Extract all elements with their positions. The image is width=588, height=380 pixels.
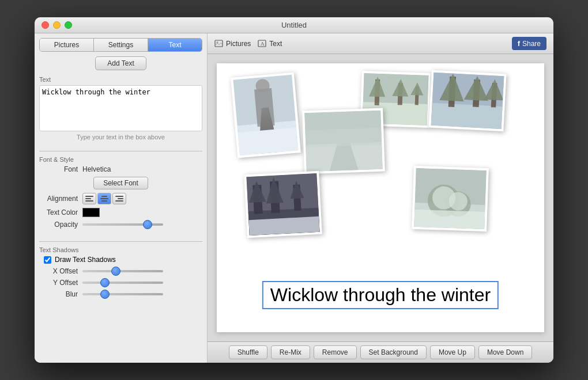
photo-4-image: [431, 73, 504, 129]
photo-6-image: [414, 168, 486, 229]
canvas-area: Pictures A Text f Share: [208, 33, 553, 363]
main-content: Pictures Settings Text Add Text Text Wic…: [35, 33, 553, 363]
font-style-section: Font & Style Font Helvetica Select Font …: [39, 156, 202, 232]
alignment-group: [82, 193, 126, 204]
align-right-button[interactable]: [112, 193, 126, 204]
close-button[interactable]: [42, 21, 49, 29]
toolbar-text[interactable]: A Text: [258, 39, 282, 48]
photo-3[interactable]: [302, 108, 385, 174]
photo-5[interactable]: [244, 171, 322, 238]
toolbar-pictures-label: Pictures: [226, 40, 251, 48]
pictures-icon: [214, 39, 224, 48]
photo-canvas: Wicklow through the winter: [217, 63, 544, 332]
x-offset-row: X Offset: [39, 267, 202, 275]
share-button[interactable]: f Share: [512, 37, 546, 50]
shuffle-button[interactable]: Shuffle: [229, 345, 267, 359]
blur-slider[interactable]: [82, 293, 163, 295]
text-hint: Type your text in the box above: [39, 134, 202, 140]
tab-settings[interactable]: Settings: [94, 39, 148, 51]
text-shadows-label: Text Shadows: [39, 246, 202, 253]
canvas-footer: Shuffle Re-Mix Remove Set Background Mov…: [208, 341, 553, 363]
y-offset-row: Y Offset: [39, 279, 202, 287]
opacity-row: Opacity: [39, 221, 202, 229]
share-label: Share: [522, 40, 541, 48]
window-title: Untitled: [281, 21, 307, 29]
minimize-button[interactable]: [53, 21, 61, 29]
svg-rect-8: [238, 132, 298, 155]
alignment-label: Alignment: [39, 195, 82, 203]
x-offset-slider[interactable]: [82, 270, 163, 272]
x-offset-label: X Offset: [39, 267, 82, 275]
text-color-swatch[interactable]: [82, 208, 100, 217]
draw-shadows-checkbox[interactable]: [44, 256, 51, 264]
text-color-row: Text Color: [39, 208, 202, 217]
toolbar-text-label: Text: [269, 40, 282, 48]
remix-button[interactable]: Re-Mix: [271, 345, 310, 359]
draw-shadows-row: Draw Text Shadows: [44, 256, 202, 264]
align-center-button[interactable]: [97, 193, 111, 204]
maximize-button[interactable]: [65, 21, 72, 29]
canvas-toolbar: Pictures A Text f Share: [208, 33, 553, 54]
photo-3-image: [304, 111, 382, 172]
window-buttons: [42, 21, 72, 29]
font-row: Font Helvetica: [39, 165, 202, 173]
font-style-label: Font & Style: [39, 156, 202, 163]
photo-6[interactable]: [412, 166, 489, 231]
canvas-toolbar-left: Pictures A Text: [214, 39, 282, 48]
svg-rect-5: [237, 121, 298, 156]
blur-label: Blur: [39, 290, 82, 298]
text-input[interactable]: Wicklow through the winter: [39, 85, 202, 131]
tab-group: Pictures Settings Text: [39, 38, 202, 52]
tab-pictures[interactable]: Pictures: [40, 39, 94, 51]
app-window: Untitled Pictures Settings Text Add Text…: [35, 17, 553, 363]
draw-shadows-label: Draw Text Shadows: [55, 256, 116, 264]
y-offset-label: Y Offset: [39, 279, 82, 287]
photo-1[interactable]: [231, 72, 301, 158]
move-up-button[interactable]: Move Up: [430, 345, 475, 359]
facebook-icon: f: [518, 39, 520, 48]
text-overlay[interactable]: Wicklow through the winter: [262, 281, 499, 309]
sidebar: Pictures Settings Text Add Text Text Wic…: [35, 33, 208, 363]
tab-text[interactable]: Text: [148, 39, 202, 51]
svg-text:A: A: [261, 41, 265, 47]
blur-slider-container: [82, 293, 202, 295]
toolbar-pictures[interactable]: Pictures: [214, 39, 251, 48]
font-name: Helvetica: [82, 165, 111, 173]
y-offset-slider[interactable]: [82, 282, 163, 284]
photo-5-image: [246, 173, 319, 235]
move-down-button[interactable]: Move Down: [478, 345, 532, 359]
remove-button[interactable]: Remove: [314, 345, 357, 359]
set-background-button[interactable]: Set Background: [360, 345, 427, 359]
add-text-button[interactable]: Add Text: [95, 56, 146, 70]
select-font-button[interactable]: Select Font: [93, 177, 148, 189]
text-section-label: Text: [39, 76, 202, 83]
align-left-button[interactable]: [82, 193, 96, 204]
text-icon: A: [258, 39, 267, 48]
text-color-label: Text Color: [39, 208, 82, 216]
font-label: Font: [39, 165, 82, 173]
svg-rect-44: [414, 210, 485, 229]
alignment-row: Alignment: [39, 193, 202, 204]
photo-1-image: [233, 75, 298, 155]
blur-row: Blur: [39, 290, 202, 298]
opacity-label: Opacity: [39, 221, 82, 229]
y-offset-slider-container: [82, 282, 202, 284]
opacity-slider[interactable]: [82, 223, 163, 226]
canvas-main: Wicklow through the winter: [208, 54, 553, 341]
svg-rect-20: [305, 128, 382, 148]
svg-rect-6: [254, 88, 275, 127]
x-offset-slider-container: [82, 270, 202, 272]
opacity-slider-container: [82, 223, 202, 226]
photo-4[interactable]: [428, 70, 506, 132]
titlebar: Untitled: [35, 17, 553, 33]
text-shadows-section: Text Shadows Draw Text Shadows X Offset …: [39, 246, 202, 302]
